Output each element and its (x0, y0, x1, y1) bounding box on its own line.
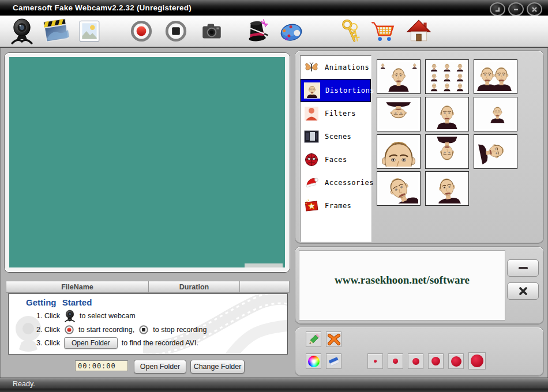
brush-size-1-button[interactable] (367, 353, 383, 369)
app-window: Camersoft Fake Webcamv2.2.32 (Unregister… (0, 0, 548, 392)
select-webcam-button[interactable] (8, 17, 36, 45)
scene-icon (303, 128, 320, 145)
open-folder-inline-button[interactable]: Open Folder (64, 337, 118, 349)
palette-icon (278, 19, 305, 43)
thumbnail-shrink[interactable] (474, 97, 517, 131)
brush-dot-icon (374, 360, 377, 363)
thumbnail-corner-overlay[interactable] (377, 59, 421, 94)
category-scenes[interactable]: Scenes (301, 125, 371, 148)
eraser-tool-button[interactable] (326, 353, 341, 369)
mask-icon (303, 151, 320, 168)
record-icon (129, 19, 153, 43)
brush-dot-icon (451, 356, 461, 367)
start-recording-button[interactable] (127, 17, 155, 45)
category-accessories[interactable]: Accessories (301, 171, 371, 194)
banner-text[interactable]: www.rasekhoon.net/software (299, 274, 505, 287)
step-2: 2. Click to start recording, to stop rec… (36, 325, 287, 335)
preview-notch (245, 263, 283, 267)
record-step-icon (64, 325, 74, 335)
step-text: to stop recording (153, 326, 207, 334)
close-icon (531, 6, 538, 13)
thumbnail-tilt-zoom[interactable] (377, 171, 421, 206)
minus-icon (518, 266, 528, 270)
category-faces[interactable]: Faces (301, 148, 371, 171)
webcam-icon (10, 18, 34, 44)
face-icon (303, 82, 321, 99)
image-viewer-button[interactable] (76, 17, 103, 45)
keys-icon (337, 18, 363, 44)
thumbnail-mirror-split[interactable] (474, 59, 517, 94)
step-text: to start recording, (78, 326, 134, 334)
window-bottom-edge (0, 389, 548, 392)
brush-size-2-button[interactable] (388, 353, 403, 369)
thumbnail-normal[interactable] (425, 97, 469, 131)
webcam-step-icon (64, 310, 76, 322)
paint-button[interactable] (277, 17, 305, 45)
brush-dot-icon (431, 357, 440, 365)
thumbnail-invert-180[interactable] (425, 134, 469, 169)
brush-dot-icon (412, 358, 419, 365)
brush-size-5-button[interactable] (448, 353, 464, 369)
home-button[interactable] (405, 17, 433, 45)
thumbnail-mosaic-tiles[interactable] (425, 59, 469, 94)
santa-hat-icon (303, 174, 320, 191)
banner-close-button[interactable] (507, 282, 539, 300)
category-label: Accessories (325, 179, 374, 187)
getting-started-panel: Getting Started 1. Click to select webca… (8, 293, 288, 355)
brush-size-4-button[interactable] (428, 353, 444, 369)
minimize-button[interactable] (508, 2, 524, 16)
brush-size-3-button[interactable] (408, 353, 423, 369)
effects-button[interactable] (243, 17, 271, 45)
pencil-tool-button[interactable] (306, 331, 321, 347)
category-filters[interactable]: Filters (301, 102, 371, 125)
video-source-button[interactable] (42, 17, 70, 45)
toolbar (0, 16, 548, 48)
step-text: to find the recorded AVI. (122, 339, 198, 347)
category-list: Animations Distortions Filt (300, 55, 371, 242)
column-filename[interactable]: FileName (6, 281, 148, 293)
clear-drawing-button[interactable] (326, 331, 341, 347)
category-label: Filters (325, 110, 356, 118)
thumbnail-vertical-flip-squash[interactable] (377, 97, 421, 131)
brush-dot-icon (471, 355, 483, 367)
thumbnail-tilt-slight[interactable] (425, 171, 469, 206)
step-text: 3. Click (36, 339, 60, 347)
file-list-header: FileName Duration (6, 281, 290, 293)
stop-recording-button[interactable] (162, 17, 190, 45)
step-text: 2. Click (36, 326, 60, 334)
close-button[interactable] (527, 2, 542, 16)
change-folder-button[interactable]: Change Folder (190, 360, 245, 374)
ad-banner[interactable]: www.rasekhoon.net/software (299, 250, 505, 321)
thumbnail-rotate-sideways[interactable] (474, 134, 517, 169)
step-text: to select webcam (80, 312, 136, 320)
column-duration[interactable]: Duration (148, 281, 239, 293)
eraser-icon (327, 355, 341, 368)
category-distortions[interactable]: Distortions (301, 79, 371, 102)
step-text: 1. Click (36, 312, 60, 320)
window-controls (490, 2, 542, 16)
picture-icon (77, 19, 102, 43)
brush-size-6-button[interactable] (468, 352, 486, 370)
register-button[interactable] (336, 17, 364, 45)
snapshot-button[interactable] (198, 17, 226, 45)
butterfly-icon (303, 59, 320, 76)
category-label: Frames (325, 202, 351, 210)
color-wheel-icon (308, 356, 320, 367)
brush-dot-icon (393, 359, 398, 364)
category-label: Animations (325, 63, 369, 71)
stop-step-icon (138, 325, 149, 335)
banner-minimize-button[interactable] (507, 259, 539, 277)
tray-minimize-button[interactable] (490, 2, 505, 16)
category-frames[interactable]: Frames (301, 194, 371, 217)
category-animations[interactable]: Animations (301, 56, 371, 79)
thumbnail-zoom-big[interactable] (377, 134, 421, 169)
color-picker-button[interactable] (306, 353, 321, 369)
x-icon (519, 287, 528, 296)
effects-panel: Animations Distortions Filt (295, 51, 543, 243)
open-folder-button[interactable]: Open Folder (134, 360, 186, 374)
file-list: FileName Duration Getting Started 1. Cli… (6, 281, 290, 356)
clapperboard-icon (43, 18, 69, 44)
purchase-button[interactable] (370, 17, 398, 45)
category-label: Faces (325, 156, 347, 164)
delete-cross-icon (327, 333, 341, 346)
